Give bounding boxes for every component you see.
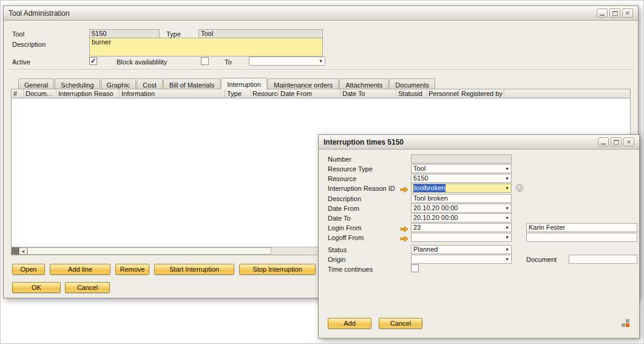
smiley-icon[interactable] — [515, 184, 524, 192]
login-person-field[interactable]: Karin Fester — [526, 223, 637, 232]
to-select[interactable]: ▼ — [249, 57, 325, 66]
column-header-interruption-reason[interactable]: Interruption Reaso — [56, 89, 120, 98]
column-header-date-to[interactable]: Date To — [341, 89, 396, 98]
minimize-button[interactable] — [597, 9, 608, 18]
logoff-person-field[interactable] — [526, 233, 637, 242]
selected-text: toolbroken — [413, 184, 446, 192]
time-continues-checkbox[interactable] — [411, 264, 419, 272]
remove-button[interactable]: Remove — [115, 264, 149, 275]
column-header-type[interactable]: Type — [225, 89, 251, 98]
scroll-left-button[interactable]: ◄ — [19, 247, 27, 255]
tab-scheduling[interactable]: Scheduling — [55, 78, 100, 89]
tab-bill-of-materials[interactable]: Bill of Materials — [163, 78, 221, 89]
logoff-from-select[interactable]: ▼ — [411, 233, 512, 242]
close-icon: ✕ — [625, 10, 630, 16]
resource-label: Resource — [328, 175, 356, 182]
date-from-select[interactable]: 20.10.20 00:00 ▼ — [411, 204, 512, 213]
close-button[interactable]: ✕ — [622, 9, 633, 18]
login-from-label: Login From — [328, 224, 362, 232]
scrollbar-thumb[interactable] — [27, 247, 271, 255]
add-button[interactable]: Add — [328, 318, 371, 329]
dialog-minimize-button[interactable] — [598, 137, 609, 146]
origin-select[interactable]: ▼ — [411, 255, 512, 264]
tab-documents[interactable]: Documents — [389, 78, 435, 89]
tab-general[interactable]: General — [18, 78, 54, 89]
time-continues-label: Time continues — [328, 266, 373, 273]
form-separator — [8, 69, 633, 71]
tab-graphic[interactable]: Graphic — [101, 78, 137, 89]
close-icon: ✕ — [626, 139, 631, 145]
tab-attachments[interactable]: Attachments — [339, 78, 388, 89]
dialog-close-button[interactable]: ✕ — [623, 137, 634, 146]
column-header-information[interactable]: Information — [120, 89, 225, 98]
active-checkbox[interactable]: ✓ — [89, 57, 97, 65]
maximize-button[interactable] — [609, 9, 620, 18]
chevron-down-icon: ▼ — [504, 255, 509, 263]
dialog-maximize-button[interactable] — [611, 137, 622, 146]
chevron-down-icon: ▼ — [504, 204, 509, 212]
resource-type-select[interactable]: Tool ▼ — [411, 164, 512, 173]
column-header-date-from[interactable]: Date From — [279, 89, 341, 98]
chevron-down-icon: ▼ — [504, 174, 509, 182]
document-label: Document — [526, 256, 557, 263]
tab-maintenance-orders[interactable]: Maintenance orders — [268, 78, 339, 89]
open-button[interactable]: Open — [12, 264, 45, 275]
link-arrow-icon[interactable] — [400, 234, 408, 241]
form-settings-grip-icon[interactable] — [622, 319, 631, 328]
maximize-icon — [612, 11, 618, 16]
chevron-down-icon: ▼ — [504, 214, 509, 222]
grid-splitter-handle[interactable] — [12, 247, 19, 255]
type-field[interactable]: Tool — [198, 29, 323, 38]
tool-field[interactable]: 5150 — [89, 29, 160, 38]
window-controls: ✕ — [597, 9, 633, 18]
table-header: # Docum... Interruption Reaso Informatio… — [12, 89, 630, 98]
column-header-statusid[interactable]: Statusid — [396, 89, 427, 98]
window-titlebar[interactable]: Tool Administration ✕ — [4, 6, 638, 21]
dialog-description-field[interactable]: Tool broken — [411, 194, 512, 203]
column-header-personnel-id[interactable]: Personnel I — [427, 89, 459, 98]
to-label: To — [225, 58, 232, 66]
stop-interruption-button[interactable]: Stop Interruption — [239, 264, 316, 275]
number-label: Number — [328, 156, 351, 163]
date-from-label: Date From — [328, 205, 359, 212]
document-field[interactable] — [569, 255, 637, 264]
status-select[interactable]: Planned ▼ — [411, 245, 512, 254]
ok-button[interactable]: OK — [12, 282, 61, 293]
block-availability-checkbox[interactable] — [201, 57, 209, 65]
add-line-button[interactable]: Add line — [50, 264, 110, 275]
interruption-times-dialog: Interruption times 5150 ✕ Number Resourc… — [318, 134, 640, 339]
chevron-down-icon: ▼ — [504, 184, 509, 192]
interruption-reason-label: Interruption Reason ID — [328, 185, 395, 192]
type-label: Type — [166, 30, 181, 38]
column-header-document[interactable]: Docum... — [24, 89, 56, 98]
resource-select[interactable]: 5150 ▼ — [411, 174, 512, 183]
dialog-window-controls: ✕ — [598, 137, 634, 146]
minimize-icon — [601, 143, 606, 145]
window-title: Tool Administration — [8, 9, 70, 18]
tab-cost[interactable]: Cost — [137, 78, 163, 89]
check-icon: ✓ — [90, 57, 96, 64]
dialog-title: Interruption times 5150 — [324, 138, 404, 146]
column-header-registered-by[interactable]: Registered by — [459, 89, 504, 98]
link-arrow-icon[interactable] — [400, 224, 408, 232]
tab-interruption[interactable]: Interruption — [221, 78, 267, 89]
cancel-button[interactable]: Cancel — [65, 282, 110, 293]
logoff-from-label: Logoff From — [328, 234, 364, 241]
start-interruption-button[interactable]: Start Interruption — [154, 264, 234, 275]
column-header-resource[interactable]: Resource — [251, 89, 279, 98]
interruption-reason-select[interactable]: toolbroken ▼ — [411, 184, 512, 193]
link-arrow-icon[interactable] — [400, 185, 408, 192]
login-from-select[interactable]: 23 ▼ — [411, 223, 512, 232]
column-header-index[interactable]: # — [12, 89, 24, 98]
number-field[interactable] — [411, 154, 512, 163]
description-field[interactable]: burner — [89, 38, 323, 57]
dialog-cancel-button[interactable]: Cancel — [379, 318, 422, 329]
block-availability-label: Block availablility — [117, 58, 167, 66]
status-label: Status — [328, 246, 347, 253]
resource-type-label: Resource Type — [328, 165, 373, 173]
date-to-select[interactable]: 20.10.20 00:00 ▼ — [411, 213, 512, 222]
chevron-down-icon: ▼ — [317, 57, 323, 65]
description-label: Description — [12, 41, 46, 48]
chevron-down-icon: ▼ — [504, 165, 509, 173]
dialog-titlebar[interactable]: Interruption times 5150 ✕ — [319, 135, 639, 150]
